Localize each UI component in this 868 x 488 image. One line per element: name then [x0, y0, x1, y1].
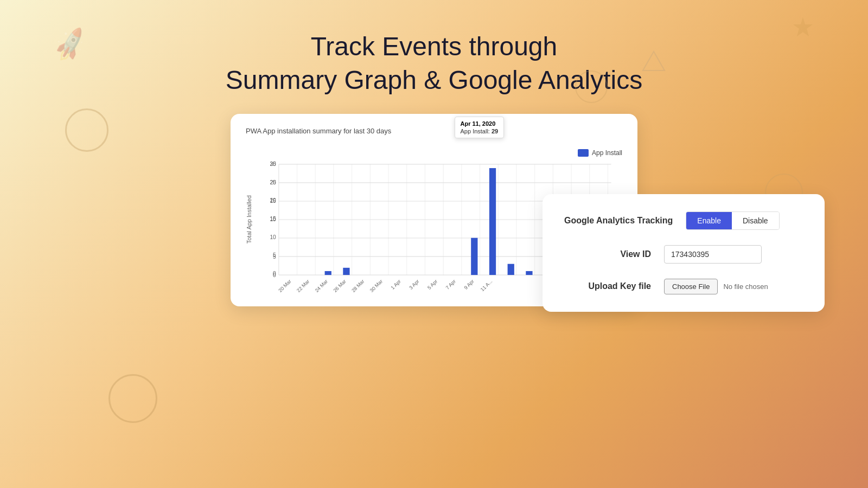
legend-label: App Install [592, 149, 622, 157]
svg-rect-43 [325, 271, 331, 275]
title-line1: Track Events through [311, 32, 557, 61]
toggle-group: Enable Disable [686, 211, 779, 230]
upload-label: Upload Key file [564, 281, 651, 291]
svg-text:11 A...: 11 A... [480, 279, 494, 293]
chart-title: PWA App installation summary for last 30… [246, 127, 622, 135]
svg-text:1 Apr: 1 Apr [390, 279, 402, 291]
view-id-label: View ID [564, 249, 651, 259]
svg-text:30: 30 [270, 161, 276, 167]
svg-text:7 Apr: 7 Apr [445, 279, 457, 291]
page-title-section: Track Events through Summary Graph & Goo… [0, 0, 868, 114]
upload-key-row: Upload Key file Choose File No file chos… [564, 279, 803, 294]
tooltip-date: Apr 11, 2020 [461, 120, 499, 127]
svg-text:15: 15 [270, 216, 276, 222]
svg-text:5: 5 [273, 252, 276, 258]
svg-text:5 Apr: 5 Apr [426, 279, 438, 291]
svg-rect-51 [471, 237, 477, 274]
svg-rect-44 [343, 268, 349, 275]
enable-button[interactable]: Enable [686, 212, 732, 229]
svg-text:9 Apr: 9 Apr [463, 279, 475, 291]
svg-text:3 Apr: 3 Apr [408, 279, 420, 291]
svg-text:20: 20 [270, 197, 276, 203]
disable-button[interactable]: Disable [732, 212, 779, 229]
view-id-input[interactable] [664, 245, 762, 264]
tracking-row: Google Analytics Tracking Enable Disable [564, 211, 803, 230]
svg-text:22 Mar: 22 Mar [296, 279, 310, 293]
y-axis-label: Total App Installed [246, 195, 252, 243]
svg-rect-53 [508, 264, 514, 274]
no-file-text: No file chosen [723, 282, 768, 291]
tracking-label: Google Analytics Tracking [564, 216, 673, 226]
svg-rect-54 [526, 271, 532, 275]
svg-text:26 Mar: 26 Mar [333, 279, 347, 293]
file-input-wrapper: Choose File No file chosen [664, 279, 768, 294]
svg-text:24 Mar: 24 Mar [314, 279, 329, 293]
svg-text:10: 10 [270, 234, 276, 240]
svg-text:30 Mar: 30 Mar [369, 279, 384, 293]
svg-rect-52 [489, 168, 496, 275]
legend-color [578, 149, 589, 157]
tooltip-value: App Install: 29 [461, 128, 499, 134]
circle-decoration-2 [108, 374, 157, 423]
title-line2: Summary Graph & Google Analytics [226, 66, 642, 94]
svg-text:28 Mar: 28 Mar [350, 279, 365, 293]
chart-tooltip: Apr 11, 2020 App Install: 29 [455, 117, 505, 138]
view-id-row: View ID [564, 245, 803, 264]
content-area: PWA App installation summary for last 30… [0, 114, 868, 306]
chart-legend: App Install [578, 149, 622, 157]
tooltip-label: App Install: [461, 128, 490, 134]
choose-file-button[interactable]: Choose File [664, 279, 718, 294]
svg-text:0: 0 [273, 271, 276, 277]
analytics-card: Google Analytics Tracking Enable Disable… [542, 194, 825, 312]
tooltip-number: 29 [492, 128, 498, 134]
svg-text:20 Mar: 20 Mar [277, 279, 292, 293]
svg-text:25: 25 [270, 179, 276, 185]
